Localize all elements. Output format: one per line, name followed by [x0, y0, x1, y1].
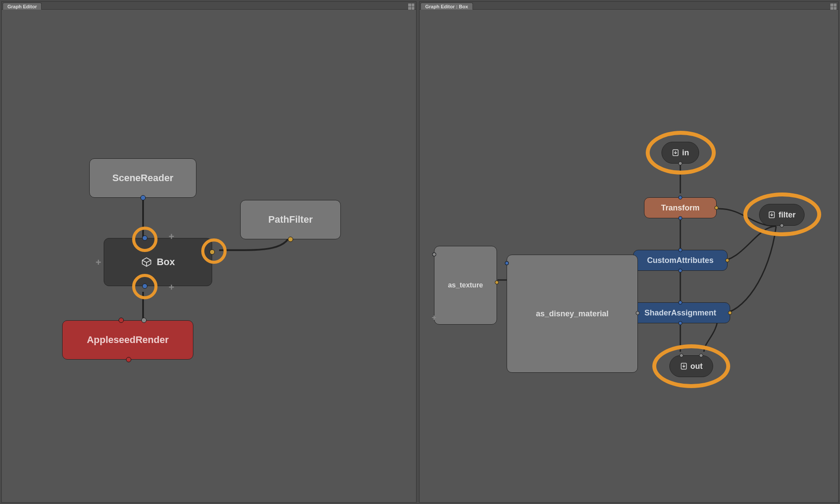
port-in[interactable] — [679, 301, 682, 304]
node-pathfilter[interactable]: PathFilter — [240, 200, 341, 239]
port-out[interactable] — [142, 284, 147, 289]
arrow-in-icon — [768, 211, 776, 219]
port-in[interactable] — [142, 235, 147, 241]
add-port-icon[interactable]: + — [94, 259, 102, 266]
port-out[interactable] — [679, 161, 682, 165]
node-in[interactable]: in — [662, 142, 699, 164]
graph-editor-panel-left: Graph Editor SceneReader PathFilter — [1, 1, 416, 503]
port-filter[interactable] — [714, 206, 718, 210]
tab-bar: Graph Editor — [2, 2, 416, 10]
port-filter[interactable] — [725, 259, 729, 262]
panel-layout-icon[interactable] — [830, 4, 836, 10]
port-out[interactable] — [780, 224, 784, 228]
box-icon — [141, 256, 152, 268]
node-box[interactable]: Box + + + — [104, 238, 212, 286]
tab-graph-editor[interactable]: Graph Editor — [3, 3, 42, 10]
port-in2[interactable] — [141, 318, 147, 323]
node-filter[interactable]: filter — [759, 204, 805, 226]
port-out[interactable] — [126, 357, 131, 362]
add-port-icon[interactable]: + — [430, 314, 438, 322]
add-port-icon[interactable]: + — [168, 233, 175, 241]
node-label: as_texture — [448, 281, 483, 289]
node-label: SceneReader — [112, 172, 173, 184]
port[interactable] — [505, 261, 509, 265]
port-out[interactable] — [288, 237, 293, 242]
node-label: Transform — [661, 203, 700, 213]
graph-editor-panel-right: Graph Editor : Box — [419, 1, 839, 503]
node-label: CustomAttributes — [647, 256, 714, 265]
graph-canvas-left[interactable]: SceneReader PathFilter Box + — [2, 10, 416, 502]
node-out[interactable]: out — [669, 355, 713, 377]
tab-bar: Graph Editor : Box — [420, 2, 838, 10]
tab-graph-editor-box[interactable]: Graph Editor : Box — [420, 3, 473, 10]
node-label: Box — [157, 256, 175, 268]
node-customattributes[interactable]: CustomAttributes — [633, 250, 728, 271]
port-out[interactable] — [679, 321, 682, 325]
arrow-out-icon — [680, 362, 688, 370]
panel-layout-icon[interactable] — [408, 4, 414, 10]
port-in[interactable] — [679, 196, 682, 200]
port-out[interactable] — [495, 280, 499, 284]
port-out[interactable] — [679, 216, 682, 220]
port-in1[interactable] — [679, 354, 683, 357]
port[interactable] — [432, 252, 436, 256]
port-filter[interactable] — [210, 249, 215, 255]
add-port-icon[interactable]: + — [168, 284, 175, 291]
node-shaderassignment[interactable]: ShaderAssignment — [630, 302, 730, 323]
node-label: AppleseedRender — [87, 334, 168, 346]
node-label: PathFilter — [268, 214, 312, 225]
port-in2[interactable] — [699, 354, 703, 357]
port-filter[interactable] — [728, 311, 732, 315]
node-as-texture[interactable]: as_texture + — [434, 246, 497, 325]
node-label: in — [682, 148, 689, 158]
node-scenereader[interactable]: SceneReader — [89, 158, 196, 198]
port-out[interactable] — [679, 269, 682, 273]
node-label: ShaderAssignment — [644, 308, 716, 318]
port-in[interactable] — [119, 318, 124, 323]
arrow-in-icon — [672, 149, 679, 157]
node-label: filter — [778, 210, 795, 220]
node-appleseedrender[interactable]: AppleseedRender — [62, 320, 193, 360]
node-transform[interactable]: Transform — [644, 197, 717, 218]
port-out[interactable] — [140, 195, 146, 200]
port-in[interactable] — [679, 248, 682, 252]
node-as-disney-material[interactable]: as_disney_material — [507, 255, 638, 373]
node-label: as_disney_material — [536, 309, 609, 318]
graph-canvas-right[interactable]: in filter out — [420, 10, 838, 502]
node-label: out — [690, 362, 703, 371]
port-out[interactable] — [636, 311, 640, 315]
